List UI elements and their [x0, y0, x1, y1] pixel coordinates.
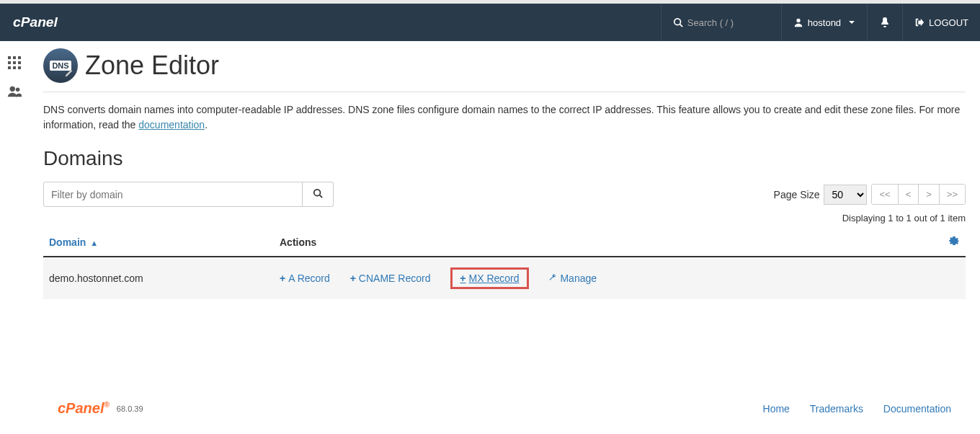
column-actions-label: Actions — [280, 236, 316, 248]
dns-icon: DNS — [43, 48, 78, 83]
search-icon — [673, 17, 683, 27]
username-label: hostond — [808, 17, 841, 28]
top-navigation: cPanel hostond LOGOUT — [0, 4, 980, 41]
logout-button[interactable]: LOGOUT — [902, 4, 980, 41]
users-icon — [6, 84, 22, 99]
footer-home-link[interactable]: Home — [763, 403, 790, 415]
svg-rect-7 — [8, 61, 11, 64]
page-size-label: Page Size — [774, 189, 820, 200]
user-icon — [793, 17, 803, 27]
footer-documentation-link[interactable]: Documentation — [883, 403, 951, 415]
filter-search-button[interactable] — [303, 182, 334, 207]
main-content: DNS Zone Editor DNS converts domain name… — [29, 41, 980, 434]
svg-rect-5 — [13, 56, 16, 59]
bell-icon — [879, 17, 891, 28]
manage-label: Manage — [560, 273, 597, 284]
caret-down-icon — [848, 17, 855, 28]
add-a-record-button[interactable]: + A Record — [280, 273, 330, 284]
wrench-icon — [548, 273, 557, 284]
column-domain-header[interactable]: Domain ▲ — [43, 228, 274, 257]
table-row: demo.hostonnet.com + A Record + CNAME Re… — [43, 257, 966, 299]
add-mx-record-button[interactable]: + MX Record — [460, 273, 519, 284]
sidebar — [0, 41, 29, 434]
add-cname-record-button[interactable]: + CNAME Record — [350, 273, 431, 284]
documentation-link[interactable]: documentation — [138, 119, 205, 130]
sort-asc-icon: ▲ — [90, 239, 98, 247]
svg-rect-9 — [18, 61, 21, 64]
domains-table: Domain ▲ Actions demo.hostonnet.com — [43, 228, 966, 299]
svg-rect-6 — [18, 56, 21, 59]
logout-icon — [914, 17, 925, 27]
mx-record-highlight: + MX Record — [450, 267, 528, 289]
cpanel-logo[interactable]: cPanel — [0, 12, 95, 32]
svg-line-16 — [320, 195, 323, 198]
manage-button[interactable]: Manage — [548, 273, 597, 284]
user-menu[interactable]: hostond — [781, 4, 867, 41]
search-wrap — [661, 4, 781, 41]
pager: << < > >> — [871, 184, 966, 205]
intro-text: DNS converts domain names into computer-… — [43, 102, 966, 133]
svg-line-2 — [680, 25, 682, 27]
plus-icon: + — [460, 273, 466, 284]
intro-suffix: . — [205, 119, 208, 130]
pager-next-button[interactable]: > — [919, 185, 940, 204]
svg-rect-8 — [13, 61, 16, 64]
pager-prev-button[interactable]: < — [899, 185, 919, 204]
sidebar-users-button[interactable] — [0, 77, 29, 106]
pager-last-button[interactable]: >> — [940, 185, 965, 204]
grid-icon — [7, 56, 22, 70]
svg-rect-12 — [18, 66, 21, 69]
notifications-button[interactable] — [867, 4, 902, 41]
column-domain-label: Domain — [49, 236, 86, 248]
svg-rect-4 — [8, 56, 11, 59]
svg-point-14 — [16, 88, 20, 92]
page-size-select[interactable]: 50 — [824, 185, 867, 205]
displaying-text: Displaying 1 to 1 out of 1 item — [43, 213, 966, 223]
sidebar-apps-button[interactable] — [0, 48, 29, 77]
svg-point-13 — [10, 87, 15, 92]
svg-point-3 — [796, 19, 800, 22]
svg-point-1 — [674, 19, 681, 25]
plus-icon: + — [350, 273, 356, 284]
svg-rect-10 — [8, 66, 11, 69]
column-actions-header: Actions — [274, 228, 937, 257]
search-input[interactable] — [683, 13, 770, 32]
footer-cpanel-logo: cPanel® — [58, 400, 110, 417]
logout-label: LOGOUT — [929, 17, 968, 28]
svg-text:cPanel: cPanel — [13, 14, 58, 30]
cname-record-label: CNAME Record — [359, 273, 431, 284]
search-icon — [313, 188, 323, 198]
pager-first-button[interactable]: << — [872, 185, 898, 204]
a-record-label: A Record — [288, 273, 330, 284]
footer-version: 68.0.39 — [117, 404, 143, 413]
domain-cell: demo.hostonnet.com — [43, 257, 274, 299]
footer-trademarks-link[interactable]: Trademarks — [810, 403, 863, 415]
svg-point-15 — [314, 190, 321, 196]
footer: cPanel® 68.0.39 Home Trademarks Document… — [43, 386, 966, 431]
filter-domain-input[interactable] — [43, 182, 303, 207]
svg-rect-11 — [13, 66, 16, 69]
page-title: Zone Editor — [85, 50, 219, 81]
plus-icon: + — [280, 273, 285, 284]
section-title: Domains — [43, 147, 966, 170]
mx-record-label: MX Record — [469, 273, 520, 284]
gear-icon[interactable] — [948, 237, 960, 249]
